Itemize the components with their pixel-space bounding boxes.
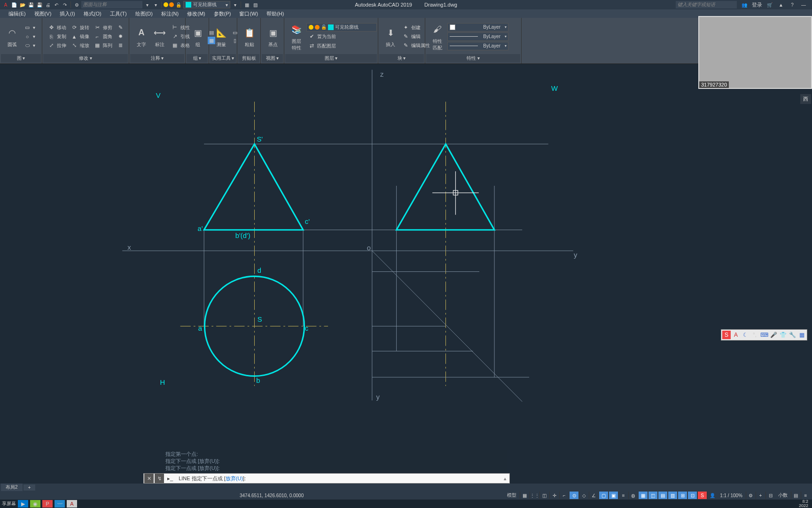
layer-combo[interactable]: 🔓 可见轮廓线 xyxy=(306,23,377,32)
clean-button[interactable]: ≡ xyxy=(801,492,810,499)
ime-comma-icon[interactable]: °, xyxy=(750,331,759,339)
task-app2[interactable]: ◉ xyxy=(30,500,40,508)
layers-icon[interactable]: ▦ xyxy=(243,1,250,8)
gear-button[interactable]: ⚙ xyxy=(746,492,755,499)
arc-button[interactable]: ◠圆弧 xyxy=(4,24,21,49)
ime-toolbar[interactable]: S A ☾ °, ⌨ 🎤 👕 🔧 ▦ xyxy=(721,329,807,341)
measure-button[interactable]: 📐测量 xyxy=(213,24,230,49)
saveas-icon[interactable]: 💾 xyxy=(36,1,43,8)
system-clock[interactable]: 8:22022 xyxy=(799,500,810,508)
dim-button[interactable]: ⟷标注 xyxy=(151,24,168,49)
ime-mic-icon[interactable]: 🎤 xyxy=(769,331,778,339)
task-app3[interactable]: 〰 xyxy=(55,500,65,508)
ime-a-icon[interactable]: A xyxy=(732,331,740,339)
insert-button[interactable]: ⬇插入 xyxy=(382,24,399,49)
add-button[interactable]: + xyxy=(756,492,765,499)
menu-modify[interactable]: 修改(M) xyxy=(183,10,209,17)
menu-edit[interactable]: 编辑(E) xyxy=(5,10,30,17)
grid-button[interactable]: ▦ xyxy=(520,492,529,499)
layers2-icon[interactable]: ▨ xyxy=(251,1,259,8)
ime-s-icon[interactable]: S xyxy=(722,331,731,339)
sc-button[interactable]: ◫ xyxy=(648,492,657,499)
cmd-close-icon[interactable]: ✕ xyxy=(144,474,154,483)
un-button[interactable]: ⊞ xyxy=(678,492,687,499)
matchprops-button[interactable]: 🖌特性 匹配 xyxy=(429,21,446,52)
command-line[interactable]: ✕ ↯ ▸_ LINE 指定下一点或 [放弃(U)]: ▴ xyxy=(143,473,510,484)
am-button[interactable]: ▤ xyxy=(658,492,667,499)
gz-button[interactable]: ▥ xyxy=(668,492,677,499)
ellipse-button[interactable]: ⬭▾ xyxy=(22,41,37,50)
plot-icon[interactable]: 🖨 xyxy=(44,1,52,8)
matchlayer-button[interactable]: ⇄匹配图层 xyxy=(306,42,377,50)
erase-button[interactable]: ✎ xyxy=(115,24,125,32)
panel-clip-title[interactable]: 剪贴板 xyxy=(238,54,259,63)
copy-button[interactable]: ⎘复制 xyxy=(46,32,68,41)
lwt-button[interactable]: ≡ xyxy=(618,492,628,499)
ime-grid-icon[interactable]: ▦ xyxy=(797,331,806,339)
panel-props-title[interactable]: 特性 ▾ xyxy=(426,54,520,63)
qat-dropdown-icon[interactable]: ▾ xyxy=(152,1,159,8)
trim-button[interactable]: ✂修剪 xyxy=(92,24,114,32)
workspace-icon[interactable]: ⚙ xyxy=(73,1,80,8)
minimize-icon[interactable]: — xyxy=(800,1,807,8)
help-icon[interactable]: ? xyxy=(789,1,796,8)
menu-tools[interactable]: 工具(T) xyxy=(106,10,131,17)
tpy-button[interactable]: ◍ xyxy=(628,492,638,499)
view-cube-label[interactable]: 西 xyxy=(800,94,811,104)
panel-view-title[interactable]: 视图 ▾ xyxy=(262,54,283,63)
menu-view[interactable]: 视图(V) xyxy=(31,10,55,17)
setcurrent-button[interactable]: ✔置为当前 xyxy=(306,32,377,41)
app-menu-icon[interactable]: A xyxy=(2,1,9,8)
command-input[interactable]: LINE 指定下一点或 [放弃(U)]: xyxy=(176,475,501,482)
osnap-button[interactable]: ▢ xyxy=(599,492,608,499)
menu-param[interactable]: 参数(P) xyxy=(210,10,235,17)
paste-button[interactable]: 📋粘贴 xyxy=(241,24,258,49)
undo-icon[interactable]: ↶ xyxy=(53,1,60,8)
search-input[interactable]: 键入关键字或短语 xyxy=(676,1,737,8)
text-button[interactable]: A文字 xyxy=(133,24,150,49)
model-button[interactable]: 模型 xyxy=(504,492,519,499)
group-button[interactable]: ▣组 xyxy=(189,24,206,49)
scale-button[interactable]: ⤡缩放 xyxy=(69,41,91,50)
menu-window[interactable]: 窗口(W) xyxy=(235,10,262,17)
open-icon[interactable]: 📂 xyxy=(19,1,26,8)
base-button[interactable]: ▣基点 xyxy=(265,24,281,49)
linetype-combo[interactable]: ByLayer xyxy=(447,42,508,50)
cmd-options-icon[interactable]: ↯ xyxy=(155,474,164,483)
panel-util-title[interactable]: 实用工具 ▾ xyxy=(210,54,236,63)
ime-kb-icon[interactable]: ⌨ xyxy=(760,331,768,339)
exchange-icon[interactable]: 🛒 xyxy=(766,1,773,8)
scale-display[interactable]: 1:1 / 100% xyxy=(717,493,745,498)
ortho-button[interactable]: ⌐ xyxy=(559,492,569,499)
task-app1[interactable]: ▶ xyxy=(18,500,28,508)
hw-button[interactable]: S xyxy=(697,492,707,499)
snap-button[interactable]: ⋮⋮ xyxy=(530,492,539,499)
otrack-button[interactable]: ∠ xyxy=(589,492,598,499)
panel-layer-title[interactable]: 图层 ▾ xyxy=(285,54,377,63)
infer-button[interactable]: ◫ xyxy=(539,492,549,499)
workspace-dropdown[interactable]: 图面与注释 xyxy=(81,1,142,8)
ws-button[interactable]: ⊡ xyxy=(687,492,697,499)
a360-icon[interactable]: ▲ xyxy=(777,1,785,8)
panel-draw-title[interactable]: 图 ▾ xyxy=(1,54,41,63)
qat-more-icon[interactable]: ▾ xyxy=(231,1,239,8)
ime-skin-icon[interactable]: 👕 xyxy=(779,331,787,339)
iso-button[interactable]: ◇ xyxy=(579,492,588,499)
redo-icon[interactable]: ↷ xyxy=(61,1,69,8)
menu-draw[interactable]: 绘图(D) xyxy=(132,10,156,17)
lineweight-combo[interactable]: ByLayer xyxy=(447,32,508,41)
login-button[interactable]: 登录 xyxy=(752,1,762,8)
menu-dim[interactable]: 标注(N) xyxy=(157,10,182,17)
color-combo[interactable]: ByLayer xyxy=(447,23,508,32)
task-acad[interactable]: A xyxy=(67,500,77,508)
mirror-button[interactable]: ▲镜像 xyxy=(69,32,91,41)
layerprops-button[interactable]: 📚图层 特性 xyxy=(288,21,305,52)
tab-layout2[interactable]: 布局2 xyxy=(1,484,23,491)
qp-button[interactable]: ▦ xyxy=(638,492,648,499)
panel-modify-title[interactable]: 修改 ▾ xyxy=(43,54,128,63)
ime-moon-icon[interactable]: ☾ xyxy=(741,331,750,339)
task-share[interactable]: 享屏幕 xyxy=(2,500,16,508)
explode-button[interactable]: ✸ xyxy=(115,32,125,41)
menu-help[interactable]: 帮助(H) xyxy=(263,10,288,17)
menu-insert[interactable]: 插入(I) xyxy=(56,10,78,17)
